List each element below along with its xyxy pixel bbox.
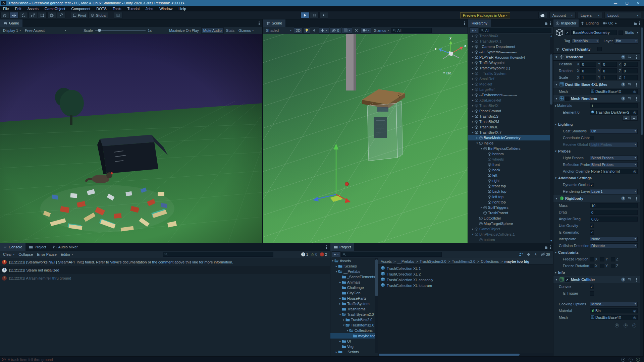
hierarchy-item[interactable]: back top <box>468 189 550 194</box>
scene-camera-dropdown[interactable]: ▾ <box>361 27 371 34</box>
scene-effects-dropdown[interactable]: ▾ <box>319 27 329 34</box>
project-folder-item[interactable]: maybe too big <box>330 333 375 339</box>
help-icon[interactable]: ? <box>621 278 625 282</box>
console-log-row[interactable]: ![11:22:01] A trash item fell thru groun… <box>0 274 330 282</box>
hierarchy-item[interactable]: front <box>468 162 550 167</box>
inspector-row-is-kinematic[interactable]: Is Kinematic✓ <box>553 229 640 236</box>
mass-field[interactable]: 10 <box>590 203 638 208</box>
tab-project-bottomleft[interactable]: Project <box>25 243 49 251</box>
anchor-override-object-field[interactable]: None (Transform)◎ <box>590 169 638 174</box>
tab-project[interactable]: Project <box>330 243 354 251</box>
collision-detection-dropdown[interactable]: Discrete▾ <box>590 243 638 248</box>
project-folder-item[interactable]: ▾Collections <box>330 328 375 333</box>
inspector-row-probes[interactable]: ▾Probes <box>553 148 640 155</box>
active-checkbox[interactable]: ✓ <box>565 31 570 35</box>
hierarchy-item[interactable]: ▸--Environment------------ <box>468 92 550 98</box>
menu-component[interactable]: Component <box>68 6 93 11</box>
hierarchy-menu-icon[interactable] <box>550 23 551 24</box>
x-field[interactable]: 0 <box>580 62 596 67</box>
hierarchy-item[interactable]: ▾BinPhysicsColliders <box>468 146 550 151</box>
breadcrumb-segment[interactable]: TrashItems2.0 <box>452 259 475 263</box>
scene-search-input[interactable]: All <box>391 28 432 33</box>
component-header-transform[interactable]: ▾Transform? <box>553 53 640 61</box>
pause-button[interactable] <box>310 12 319 18</box>
component-menu-icon[interactable] <box>636 84 637 85</box>
2d-toggle[interactable]: 2D <box>294 27 303 34</box>
hierarchy-item[interactable]: ▸--Camera Department----- <box>468 44 550 49</box>
hierarchy-add-button[interactable]: +▾ <box>470 27 478 34</box>
hierarchy-item[interactable]: bottom <box>468 151 550 157</box>
pivot-toggle[interactable]: Pivot <box>71 12 88 18</box>
menu-file[interactable]: File <box>0 6 12 11</box>
hierarchy-item[interactable]: TrashParent <box>468 210 550 216</box>
preview-packages-dropdown[interactable]: Preview Packages in Use▾ <box>460 12 510 18</box>
shading-mode-dropdown[interactable]: Shaded▾ <box>264 27 293 34</box>
inspector-row-receive-global-illu[interactable]: Receive Global IlluLight Probes▾ <box>553 141 640 148</box>
y-field[interactable]: 0 <box>601 68 617 73</box>
scene-viewport[interactable]: y x z ≡ Iso <box>263 34 468 243</box>
presets-icon[interactable] <box>628 196 632 200</box>
inspector-row-collision-detection[interactable]: Collision DetectionDiscrete▾ <box>553 242 640 249</box>
z-field[interactable]: 0 <box>622 68 638 73</box>
static-dropdown-caret[interactable]: ▾ <box>637 31 638 34</box>
component-menu-icon[interactable] <box>636 57 637 58</box>
console-menu-icon[interactable] <box>326 247 327 248</box>
inspector-row-dynamic-occlusio[interactable]: Dynamic Occlusio✓ <box>553 181 640 188</box>
hierarchy-item[interactable]: left top <box>468 194 550 199</box>
tab-lighting[interactable]: Lighting <box>579 19 601 27</box>
mesh-collider-enabled-checkbox[interactable]: ✓ <box>565 278 570 282</box>
grid-snap-icon[interactable] <box>114 12 122 18</box>
project-file-item[interactable]: TrashCollection XL lottarum <box>378 283 553 288</box>
inspector-row-mesh[interactable]: MeshDustBinBase4X◎ <box>553 88 640 95</box>
hierarchy-item[interactable]: right <box>468 178 550 183</box>
inspector-row-constraints[interactable]: ▾Constraints <box>553 249 640 256</box>
label-icon[interactable] <box>527 252 531 256</box>
hierarchy-item[interactable]: ▸PLAYER Raccoon (lowpoly) <box>468 55 550 60</box>
inspector-row-is-trigger[interactable]: Is Trigger <box>553 290 640 297</box>
help-icon[interactable]: ? <box>621 97 625 101</box>
inspector-row-mass[interactable]: Mass10 <box>553 202 640 209</box>
hierarchy-item[interactable]: MapTargetSphere <box>468 221 550 226</box>
y-field[interactable]: 1 <box>601 75 617 80</box>
scene-tools-icon[interactable] <box>353 27 360 34</box>
inspector-row-rendering-layer-m[interactable]: Rendering Layer MLayer1▾ <box>553 188 640 195</box>
presets-icon[interactable] <box>628 82 632 86</box>
status-message[interactable]: A trash item fell thru ground <box>8 358 53 362</box>
hierarchy-item[interactable]: right top <box>468 199 550 205</box>
tab-console[interactable]: Console <box>0 243 25 251</box>
hierarchy-item[interactable]: ▸SmallRef <box>468 76 550 81</box>
scene-grid-dropdown[interactable]: ▾ <box>342 27 352 34</box>
menu-help[interactable]: Help <box>175 6 189 11</box>
contribute-global-i-checkbox[interactable] <box>590 136 594 140</box>
y-field[interactable]: 0 <box>601 62 617 67</box>
breadcrumb-segment[interactable]: TrashSystem2.0 <box>420 259 446 263</box>
material-element-field[interactable]: TrashBin DarkGreyS◎ <box>590 110 638 115</box>
hierarchy-item[interactable]: left <box>468 173 550 178</box>
inspector-row-additional-settings[interactable]: ▾Additional Settings <box>553 175 640 181</box>
project-folder-item[interactable]: ▾TrashSystem2.0 <box>330 312 375 317</box>
scene-gizmos-dropdown[interactable]: Gizmos▾ <box>372 27 390 34</box>
game-panel-menu-icon[interactable] <box>259 23 260 24</box>
freeze-rotation-z-checkbox[interactable] <box>611 264 615 268</box>
presets-icon[interactable] <box>628 278 632 282</box>
convert-checkbox[interactable] <box>597 47 602 51</box>
minimize-button[interactable]: — <box>610 0 621 6</box>
console-log-row[interactable]: ![11:21:21] Steam not initialized <box>0 266 330 274</box>
maximize-button[interactable]: ▢ <box>621 0 633 6</box>
inspector-row-freeze-rotation[interactable]: Freeze RotationXYZ <box>553 262 640 269</box>
project-folder-item[interactable]: ▾__Prefabs <box>330 269 375 274</box>
inspector-row-angular-drag[interactable]: Angular Drag0.05 <box>553 216 640 222</box>
scene-visibility-icon[interactable]: 0 <box>330 27 341 34</box>
inspector-row-plusminus[interactable]: +− <box>553 116 640 121</box>
menu-window[interactable]: Window <box>156 6 175 11</box>
component-menu-icon[interactable] <box>636 98 637 99</box>
account-dropdown[interactable]: Account▾ <box>549 12 576 18</box>
materials-field[interactable]: 1 <box>590 103 638 108</box>
project-folder-item[interactable]: ▸Animals <box>330 280 375 285</box>
inspector-row-info[interactable]: ▸Info <box>553 269 640 276</box>
z-field[interactable]: 1 <box>622 75 638 80</box>
lock-icon[interactable] <box>544 21 548 25</box>
menu-jobs[interactable]: Jobs <box>143 6 156 11</box>
breadcrumb-segment[interactable]: Collections <box>481 259 499 263</box>
tag-dropdown[interactable]: TrashBin▾ <box>572 38 600 44</box>
